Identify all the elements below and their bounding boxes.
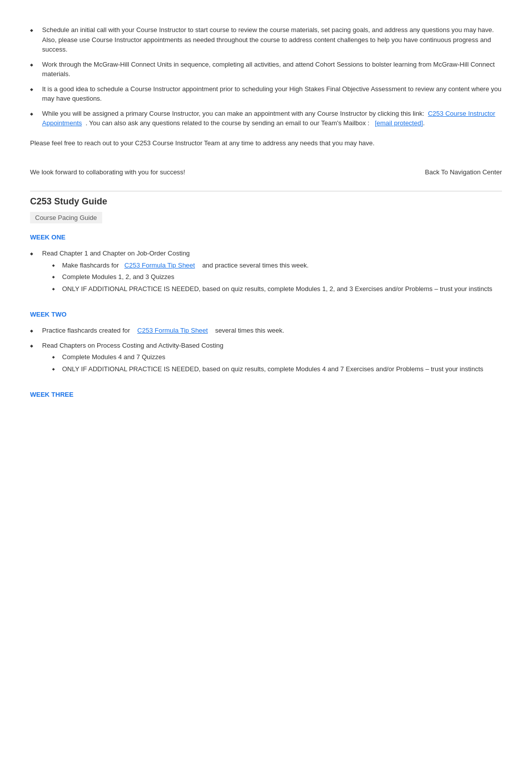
bullet-icon-3: ◆ (30, 87, 42, 93)
bullet-icon-2: ◆ (30, 62, 42, 68)
week-one-nested-text-2: Complete Modules 1, 2, and 3 Quizzes (62, 272, 174, 282)
bullet-text-2: Work through the McGraw-Hill Connect Uni… (42, 60, 502, 79)
week-two-bullet-icon-1: ◆ (30, 328, 42, 334)
instructor-appointments-link[interactable]: C253 Course Instructor Appointments (42, 110, 495, 127)
bullet-text-1: Schedule an initial call with your Cours… (42, 25, 502, 55)
week-one-heading: WEEK ONE (30, 233, 502, 241)
study-guide-title: C253 Study Guide (30, 196, 502, 207)
week-two-main-text-2: Read Chapters on Process Costing and Act… (42, 342, 223, 349)
bullet-text-3: It is a good idea to schedule a Course I… (42, 84, 502, 104)
week-two-main-text-1: Practice flashcards created for C253 For… (42, 326, 284, 336)
week-one-nested-icon-1: ◆ (52, 263, 62, 269)
week-one-bullet-1: ◆ Read Chapter 1 and Chapter on Job-Orde… (30, 248, 502, 296)
week-two-nested-text-2: ONLY IF ADDITIONAL PRACTICE IS NEEDED, b… (62, 364, 483, 374)
week-one-nested-3: ◆ ONLY IF ADDITIONAL PRACTICE IS NEEDED,… (52, 284, 492, 294)
week-three-heading: WEEK THREE (30, 391, 502, 398)
week-one-bullets: ◆ Read Chapter 1 and Chapter on Job-Orde… (30, 248, 502, 296)
top-bullet-list: ◆ Schedule an initial call with your Cou… (30, 25, 502, 128)
bullet-item-1: ◆ Schedule an initial call with your Cou… (30, 25, 502, 55)
bullet-text-4: While you will be assigned a primary Cou… (42, 109, 502, 128)
week-one-nested-text-1: Make flashcards for C253 Formula Tip She… (62, 260, 309, 271)
week-two-bullet-1: ◆ Practice flashcards created for C253 F… (30, 326, 502, 336)
week-two-bullet-icon-2: ◆ (30, 343, 42, 349)
week-one-nested-text-3: ONLY IF ADDITIONAL PRACTICE IS NEEDED, b… (62, 284, 492, 294)
week-two-nested-icon-2: ◆ (52, 367, 62, 372)
week-two-nested-1: ◆ Complete Modules 4 and 7 Quizzes (52, 352, 483, 362)
nav-row: We look forward to collaborating with yo… (30, 168, 502, 176)
bullet-icon-1: ◆ (30, 28, 42, 34)
email-link[interactable]: [email protected] (375, 119, 423, 127)
week-one-main-text-1: Read Chapter 1 and Chapter on Job-Order … (42, 249, 190, 257)
week-two-nested-icon-1: ◆ (52, 355, 62, 360)
week-one-nested-2: ◆ Complete Modules 1, 2, and 3 Quizzes (52, 272, 492, 282)
week-two-bullets: ◆ Practice flashcards created for C253 F… (30, 326, 502, 376)
bullet-item-3: ◆ It is a good idea to schedule a Course… (30, 84, 502, 104)
week-two-nested-2: ◆ ONLY IF ADDITIONAL PRACTICE IS NEEDED,… (52, 364, 483, 374)
study-guide-section: C253 Study Guide Course Pacing Guide WEE… (30, 196, 502, 398)
main-divider (30, 191, 502, 191)
week-three-section: WEEK THREE (30, 391, 502, 398)
nav-left-text: We look forward to collaborating with yo… (30, 168, 185, 176)
bullet-item-2: ◆ Work through the McGraw-Hill Connect U… (30, 60, 502, 79)
week-one-nested-icon-3: ◆ (52, 287, 62, 292)
week-one-bullet-icon-1: ◆ (30, 251, 42, 257)
week-two-heading: WEEK TWO (30, 311, 502, 318)
formula-tip-sheet-link-1[interactable]: C253 Formula Tip Sheet (124, 262, 195, 269)
formula-tip-sheet-link-2[interactable]: C253 Formula Tip Sheet (137, 327, 208, 334)
week-one-nested-icon-2: ◆ (52, 275, 62, 280)
back-to-nav-link[interactable]: Back To Navigation Center (425, 168, 502, 176)
week-one-section: WEEK ONE ◆ Read Chapter 1 and Chapter on… (30, 233, 502, 296)
week-two-nested-list: ◆ Complete Modules 4 and 7 Quizzes ◆ ONL… (52, 352, 483, 374)
top-section: ◆ Schedule an initial call with your Cou… (30, 25, 502, 148)
week-two-section: WEEK TWO ◆ Practice flashcards created f… (30, 311, 502, 376)
week-one-nested-list: ◆ Make flashcards for C253 Formula Tip S… (52, 260, 492, 294)
sub-title: Course Pacing Guide (30, 212, 102, 223)
week-two-bullet-2: ◆ Read Chapters on Process Costing and A… (30, 341, 502, 376)
bullet-item-4: ◆ While you will be assigned a primary C… (30, 109, 502, 128)
week-two-content-2: Read Chapters on Process Costing and Act… (42, 341, 483, 376)
week-one-nested-1: ◆ Make flashcards for C253 Formula Tip S… (52, 260, 492, 271)
week-one-content-1: Read Chapter 1 and Chapter on Job-Order … (42, 248, 492, 296)
footer-note: Please feel free to reach out to your C2… (30, 138, 502, 149)
week-two-nested-text-1: Complete Modules 4 and 7 Quizzes (62, 352, 165, 362)
bullet-icon-4: ◆ (30, 111, 42, 117)
